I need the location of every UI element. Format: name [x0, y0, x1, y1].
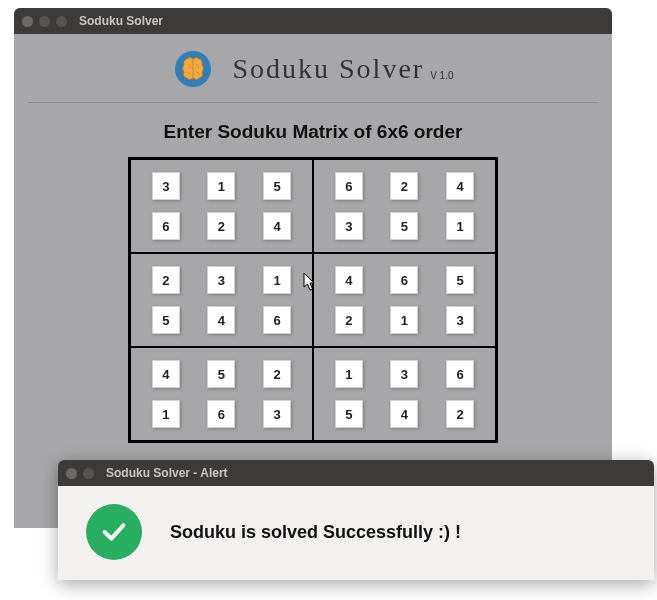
grid-box	[130, 347, 313, 441]
grid-cell[interactable]	[207, 400, 235, 428]
grid-cell[interactable]	[390, 360, 418, 388]
app-header: Soduku Solver V 1.0	[28, 34, 598, 103]
grid-cell[interactable]	[152, 400, 180, 428]
main-titlebar[interactable]: Soduku Solver	[14, 8, 612, 34]
close-icon[interactable]	[66, 468, 77, 479]
grid-cell[interactable]	[390, 212, 418, 240]
grid-cell[interactable]	[335, 266, 363, 294]
app-title: Soduku Solver	[232, 53, 424, 85]
grid-cell[interactable]	[263, 266, 291, 294]
grid-cell[interactable]	[207, 172, 235, 200]
brain-icon	[172, 48, 214, 90]
grid-cell[interactable]	[446, 266, 474, 294]
alert-message: Soduku is solved Successfully :) !	[170, 522, 461, 543]
main-window: Soduku Solver Soduku Solver V 1.0 Enter …	[14, 8, 612, 528]
grid-cell[interactable]	[390, 306, 418, 334]
grid-cell[interactable]	[335, 172, 363, 200]
version-label: V 1.0	[430, 70, 453, 81]
alert-title: Soduku Solver - Alert	[106, 466, 228, 480]
grid-cell[interactable]	[263, 360, 291, 388]
minimize-icon[interactable]	[83, 468, 94, 479]
grid-cell[interactable]	[263, 400, 291, 428]
grid-box	[313, 253, 496, 347]
grid-cell[interactable]	[207, 360, 235, 388]
sudoku-grid	[128, 157, 498, 443]
grid-cell[interactable]	[263, 212, 291, 240]
grid-cell[interactable]	[446, 400, 474, 428]
alert-body: Soduku is solved Successfully :) !	[58, 486, 654, 578]
grid-box	[313, 347, 496, 441]
grid-cell[interactable]	[207, 306, 235, 334]
grid-box	[130, 159, 313, 253]
grid-cell[interactable]	[390, 266, 418, 294]
alert-titlebar[interactable]: Soduku Solver - Alert	[58, 460, 654, 486]
grid-cell[interactable]	[152, 172, 180, 200]
grid-cell[interactable]	[263, 172, 291, 200]
grid-cell[interactable]	[335, 360, 363, 388]
minimize-icon[interactable]	[39, 16, 50, 27]
grid-box	[130, 253, 313, 347]
grid-cell[interactable]	[446, 212, 474, 240]
grid-cell[interactable]	[263, 306, 291, 334]
grid-cell[interactable]	[446, 172, 474, 200]
grid-cell[interactable]	[390, 400, 418, 428]
grid-box	[313, 159, 496, 253]
maximize-icon[interactable]	[56, 16, 67, 27]
close-icon[interactable]	[22, 16, 33, 27]
alert-window: Soduku Solver - Alert Soduku is solved S…	[58, 460, 654, 580]
grid-cell[interactable]	[335, 212, 363, 240]
grid-cell[interactable]	[335, 306, 363, 334]
grid-cell[interactable]	[152, 306, 180, 334]
grid-cell[interactable]	[152, 266, 180, 294]
instruction-text: Enter Soduku Matrix of 6x6 order	[14, 121, 612, 143]
grid-cell[interactable]	[152, 212, 180, 240]
grid-cell[interactable]	[152, 360, 180, 388]
grid-cell[interactable]	[335, 400, 363, 428]
grid-cell[interactable]	[446, 306, 474, 334]
window-title: Soduku Solver	[79, 14, 163, 28]
grid-cell[interactable]	[207, 266, 235, 294]
success-icon	[86, 504, 142, 560]
grid-cell[interactable]	[207, 212, 235, 240]
grid-cell[interactable]	[390, 172, 418, 200]
grid-cell[interactable]	[446, 360, 474, 388]
